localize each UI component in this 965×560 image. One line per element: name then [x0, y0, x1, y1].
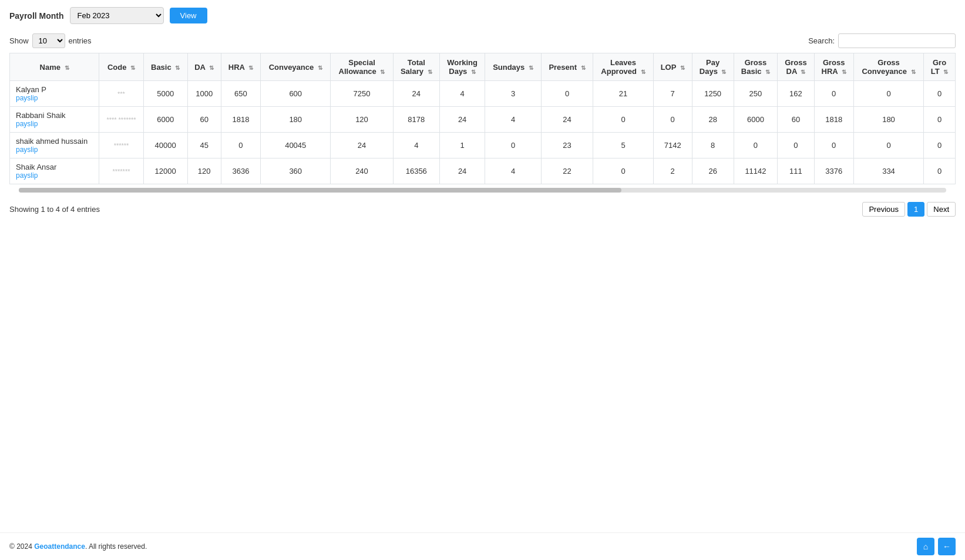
sort-icon-working-days: ⇅: [471, 69, 476, 75]
special-allowance-cell: 120: [331, 107, 393, 133]
col-pay-days[interactable]: PayDays ⇅: [692, 53, 734, 81]
payslip-link[interactable]: payslip: [16, 94, 93, 102]
search-bar: Search:: [808, 33, 956, 48]
leaves-approved-cell: 0: [593, 158, 653, 184]
sort-icon-special-allowance: ⇅: [380, 69, 385, 75]
gross-conveyance-cell: 0: [853, 81, 923, 107]
show-entries-control: Show 10 25 50 100 entries: [9, 33, 92, 48]
view-button[interactable]: View: [170, 8, 207, 23]
sort-icon-pay-days: ⇅: [721, 69, 726, 75]
special-allowance-cell: 240: [331, 158, 393, 184]
page-1-button[interactable]: 1: [907, 202, 924, 217]
col-working-days[interactable]: WorkingDays ⇅: [439, 53, 485, 81]
col-hra[interactable]: HRA ⇅: [221, 53, 260, 81]
hra-cell: 3636: [221, 158, 260, 184]
col-sundays[interactable]: Sundays ⇅: [485, 53, 541, 81]
sort-icon-da: ⇅: [209, 65, 214, 71]
employee-code: **** *******: [99, 107, 144, 133]
scrollbar-track[interactable]: [19, 188, 946, 193]
sort-icon-gross-da: ⇅: [801, 69, 805, 75]
col-present[interactable]: Present ⇅: [541, 53, 593, 81]
table-wrapper: Name ⇅ Code ⇅ Basic ⇅ DA ⇅ HRA ⇅ Conveya…: [0, 53, 965, 184]
col-total-salary[interactable]: TotalSalary ⇅: [393, 53, 439, 81]
gro-lt-cell: 0: [924, 133, 956, 158]
working-days-cell: 1: [439, 133, 485, 158]
sort-icon-conveyance: ⇅: [318, 65, 322, 71]
gross-hra-cell: 3376: [814, 158, 853, 184]
gross-basic-cell: 6000: [734, 107, 778, 133]
col-da[interactable]: DA ⇅: [187, 53, 221, 81]
col-lop[interactable]: LOP ⇅: [653, 53, 692, 81]
col-gross-da[interactable]: GrossDA ⇅: [778, 53, 814, 81]
employee-name: Shaik Ansar: [16, 163, 56, 171]
scrollbar-thumb[interactable]: [19, 188, 621, 193]
employee-name: shaik ahmed hussain: [16, 137, 88, 146]
pay-days-cell: 28: [692, 107, 734, 133]
gross-da-cell: 60: [778, 107, 814, 133]
gross-da-cell: 111: [778, 158, 814, 184]
leaves-approved-cell: 5: [593, 133, 653, 158]
employee-code: ***: [99, 81, 144, 107]
previous-button[interactable]: Previous: [862, 202, 905, 217]
conveyance-cell: 40045: [261, 133, 331, 158]
gro-lt-cell: 0: [924, 158, 956, 184]
hra-cell: 650: [221, 81, 260, 107]
sort-icon-name: ⇅: [65, 65, 69, 71]
hra-cell: 0: [221, 133, 260, 158]
sort-icon-gro-lt: ⇅: [943, 69, 948, 75]
gross-da-cell: 162: [778, 81, 814, 107]
next-button[interactable]: Next: [927, 202, 956, 217]
col-gross-conveyance[interactable]: GrossConveyance ⇅: [853, 53, 923, 81]
conveyance-cell: 600: [261, 81, 331, 107]
total-salary-cell: 8178: [393, 107, 439, 133]
table-row: Rabbani Shaikpayslip**** *******60006018…: [10, 107, 956, 133]
lop-cell: 7142: [653, 133, 692, 158]
gro-lt-cell: 0: [924, 107, 956, 133]
total-salary-cell: 16356: [393, 158, 439, 184]
col-gross-basic[interactable]: GrossBasic ⇅: [734, 53, 778, 81]
hra-cell: 1818: [221, 107, 260, 133]
col-code[interactable]: Code ⇅: [99, 53, 144, 81]
col-leaves-approved[interactable]: LeavesApproved ⇅: [593, 53, 653, 81]
payroll-month-select[interactable]: Feb 2023 Jan 2023 Mar 2023: [70, 7, 164, 24]
working-days-cell: 24: [439, 158, 485, 184]
lop-cell: 2: [653, 158, 692, 184]
payroll-table: Name ⇅ Code ⇅ Basic ⇅ DA ⇅ HRA ⇅ Conveya…: [9, 53, 956, 184]
basic-cell: 5000: [143, 81, 187, 107]
search-input[interactable]: [838, 33, 956, 48]
pay-days-cell: 26: [692, 158, 734, 184]
payslip-link[interactable]: payslip: [16, 120, 93, 128]
gross-hra-cell: 1818: [814, 107, 853, 133]
leaves-approved-cell: 0: [593, 107, 653, 133]
payslip-link[interactable]: payslip: [16, 146, 93, 154]
gross-conveyance-cell: 180: [853, 107, 923, 133]
col-gro-lt[interactable]: GroLT ⇅: [924, 53, 956, 81]
pay-days-cell: 1250: [692, 81, 734, 107]
leaves-approved-cell: 21: [593, 81, 653, 107]
gro-lt-cell: 0: [924, 81, 956, 107]
special-allowance-cell: 24: [331, 133, 393, 158]
table-row: Kalyan Ppayslip***5000100065060072502443…: [10, 81, 956, 107]
sort-icon-basic: ⇅: [175, 65, 180, 71]
gross-conveyance-cell: 0: [853, 133, 923, 158]
special-allowance-cell: 7250: [331, 81, 393, 107]
da-cell: 45: [187, 133, 221, 158]
employee-code: *******: [99, 158, 144, 184]
gross-hra-cell: 0: [814, 81, 853, 107]
show-search-bar: Show 10 25 50 100 entries Search:: [0, 31, 965, 53]
lop-cell: 7: [653, 81, 692, 107]
sundays-cell: 0: [485, 133, 541, 158]
col-gross-hra[interactable]: GrossHRA ⇅: [814, 53, 853, 81]
entries-label: entries: [69, 36, 92, 45]
sundays-cell: 4: [485, 107, 541, 133]
payroll-month-label: Payroll Month: [9, 11, 64, 21]
scrollbar-container[interactable]: [0, 184, 965, 196]
col-special-allowance[interactable]: SpecialAllowance ⇅: [331, 53, 393, 81]
col-conveyance[interactable]: Conveyance ⇅: [261, 53, 331, 81]
entries-select[interactable]: 10 25 50 100: [32, 33, 65, 48]
payslip-link[interactable]: payslip: [16, 171, 93, 180]
col-name[interactable]: Name ⇅: [10, 53, 99, 81]
table-row: shaik ahmed hussainpayslip******40000450…: [10, 133, 956, 158]
conveyance-cell: 180: [261, 107, 331, 133]
col-basic[interactable]: Basic ⇅: [143, 53, 187, 81]
